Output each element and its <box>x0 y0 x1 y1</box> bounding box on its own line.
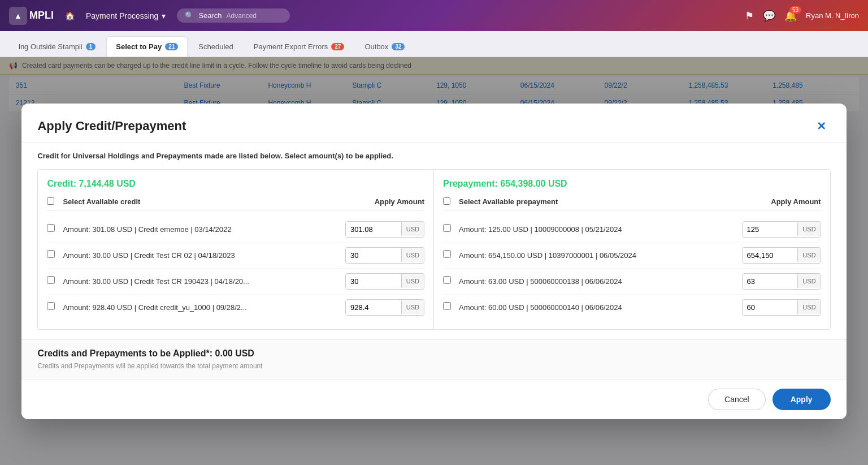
module-label: Payment Processing <box>86 11 158 20</box>
prepay-section: Prepayment: 654,398.00 USD Select Availa… <box>434 170 830 329</box>
search-bar[interactable]: 🔍 Search Advanced <box>177 8 290 23</box>
tab-scheduled-label: Scheduled <box>198 42 233 51</box>
credits-total-line: Credits and Prepayments to be Applied*: … <box>37 348 830 359</box>
prepay-item-row: Amount: 63.00 USD | 500060000138 | 06/06… <box>443 269 821 295</box>
prepay-item-check-4 <box>443 302 459 312</box>
footer-total-amount: 0.00 USD <box>215 348 254 358</box>
logo-text: MPLI <box>29 10 54 21</box>
credit-item-row: Amount: 30.00 USD | Credit Test CR 02 | … <box>47 243 424 269</box>
tab-export-label: Payment Export Errors <box>254 42 328 51</box>
credit-item-check-3 <box>47 276 63 286</box>
tab-select-to-pay[interactable]: Select to Pay 21 <box>106 36 188 57</box>
prepay-checkbox-2[interactable] <box>443 250 451 258</box>
credit-amount-field-4[interactable] <box>346 300 401 315</box>
credit-amount-field-1[interactable] <box>346 222 401 237</box>
prepay-item-check-2 <box>443 250 459 260</box>
modal-body: Credit for Universal Holdings and Prepay… <box>21 143 846 339</box>
prepay-amount-input-4: USD <box>742 299 821 316</box>
credit-checkbox-4[interactable] <box>47 302 55 310</box>
apply-button[interactable]: Apply <box>772 389 831 410</box>
credit-item-label-3: Amount: 30.00 USD | Credit Test CR 19042… <box>63 277 345 286</box>
credit-header-amount: Apply Amount <box>345 197 424 206</box>
credit-amount-input-1: USD <box>345 221 424 238</box>
prepay-currency-2: USD <box>797 248 820 262</box>
credit-amount-input-4: USD <box>345 299 424 316</box>
prepay-item-label-1: Amount: 125.00 USD | 10009000008 | 05/21… <box>459 225 742 234</box>
nav-module[interactable]: Payment Processing ▾ <box>86 11 166 20</box>
credit-item-row: Amount: 301.08 USD | Credit ememoe | 03/… <box>47 217 424 243</box>
prepay-select-all-checkbox[interactable] <box>443 197 450 205</box>
user-name[interactable]: Ryan M. N_Iiron <box>806 11 859 20</box>
credit-section: Credit: 7,144.48 USD Select Available cr… <box>38 170 434 329</box>
credit-prepay-grid: Credit: 7,144.48 USD Select Available cr… <box>37 169 830 330</box>
credit-checkbox-2[interactable] <box>47 250 55 258</box>
prepay-item-row: Amount: 654,150.00 USD | 10397000001 | 0… <box>443 243 821 269</box>
modal-overlay: Apply Credit/Prepayment ✕ Credit for Uni… <box>0 57 868 465</box>
prepay-checkbox-4[interactable] <box>443 302 451 310</box>
tab-select-count: 21 <box>165 43 178 50</box>
modal-title: Apply Credit/Prepayment <box>37 119 186 134</box>
credit-checkbox-3[interactable] <box>47 276 55 284</box>
credit-item-check-4 <box>47 302 63 312</box>
notification-bell[interactable]: 🔔 59 <box>784 10 797 22</box>
credit-amount-field-2[interactable] <box>346 248 401 263</box>
credit-amount-input-2: USD <box>345 247 424 264</box>
credit-select-all-checkbox[interactable] <box>47 197 54 205</box>
prepay-header-label: Select Available prepayment <box>459 197 742 206</box>
credits-note: Credits and Prepayments will be applied … <box>37 362 830 370</box>
nav-home[interactable]: 🏠 <box>65 11 75 20</box>
credit-currency-1: USD <box>401 222 424 236</box>
flag-icon[interactable]: ⚑ <box>745 10 754 22</box>
prepay-amount-input-1: USD <box>742 221 821 238</box>
credit-header-row: Select Available credit Apply Amount <box>47 197 424 211</box>
advanced-link[interactable]: Advanced <box>227 12 257 20</box>
prepay-header-row: Select Available prepayment Apply Amount <box>443 197 821 211</box>
prepay-item-label-4: Amount: 60.00 USD | 500060000140 | 06/06… <box>459 303 742 312</box>
prepay-amount-field-2[interactable] <box>743 248 798 263</box>
modal-action-row: Cancel Apply <box>21 379 846 419</box>
credit-item-row: Amount: 928.40 USD | Credit credit_yu_10… <box>47 295 424 320</box>
chevron-down-icon: ▾ <box>162 11 166 20</box>
cancel-button[interactable]: Cancel <box>708 389 766 410</box>
prepay-header-checkbox-col <box>443 197 459 207</box>
prepay-checkbox-1[interactable] <box>443 224 451 232</box>
tab-scheduled[interactable]: Scheduled <box>189 36 242 57</box>
prepay-currency-3: USD <box>797 274 820 288</box>
credit-item-check-1 <box>47 224 63 234</box>
prepay-item-label-3: Amount: 63.00 USD | 500060000138 | 06/06… <box>459 277 742 286</box>
home-icon: 🏠 <box>65 11 75 20</box>
footer-total-label: Credits and Prepayments to be Applied*: <box>37 348 212 358</box>
tab-outside[interactable]: ing Outside Stampli 1 <box>9 36 105 57</box>
prepay-amount-field-3[interactable] <box>743 274 798 289</box>
prepay-amount-input-2: USD <box>742 247 821 264</box>
logo-icon: ▲ <box>9 7 27 25</box>
search-placeholder: Search <box>198 11 222 20</box>
tab-export-errors[interactable]: Payment Export Errors 27 <box>244 36 354 57</box>
modal-close-button[interactable]: ✕ <box>813 117 831 135</box>
prepay-header-amount: Apply Amount <box>742 197 821 206</box>
credit-amount-field-3[interactable] <box>346 274 401 289</box>
prepay-currency-4: USD <box>797 300 820 314</box>
tab-outbox-label: Outbox <box>364 42 388 51</box>
tab-outbox-count: 32 <box>392 43 405 50</box>
prepay-amount-field-4[interactable] <box>743 300 798 315</box>
modal-subtitle: Credit for Universal Holdings and Prepay… <box>37 152 830 160</box>
credit-checkbox-1[interactable] <box>47 224 55 232</box>
modal-footer-section: Credits and Prepayments to be Applied*: … <box>21 339 846 379</box>
app-header: ▲ MPLI 🏠 Payment Processing ▾ 🔍 Search A… <box>0 0 868 31</box>
prepay-item-check-3 <box>443 276 459 286</box>
tab-outbox[interactable]: Outbox 32 <box>355 36 414 57</box>
credit-currency-3: USD <box>401 274 424 288</box>
prepay-item-row: Amount: 60.00 USD | 500060000140 | 06/06… <box>443 295 821 320</box>
prepay-checkbox-3[interactable] <box>443 276 451 284</box>
chat-icon[interactable]: 💬 <box>763 10 775 22</box>
header-right: ⚑ 💬 🔔 59 Ryan M. N_Iiron <box>745 10 859 22</box>
credit-amount-input-3: USD <box>345 273 424 290</box>
prepay-amount-field-1[interactable] <box>743 222 798 237</box>
credit-currency-2: USD <box>401 248 424 262</box>
prepay-item-check-1 <box>443 224 459 234</box>
tabs-bar: ing Outside Stampli 1 Select to Pay 21 S… <box>0 31 868 57</box>
credit-item-row: Amount: 30.00 USD | Credit Test CR 19042… <box>47 269 424 295</box>
credit-item-check-2 <box>47 250 63 260</box>
prepay-currency-1: USD <box>797 222 820 236</box>
